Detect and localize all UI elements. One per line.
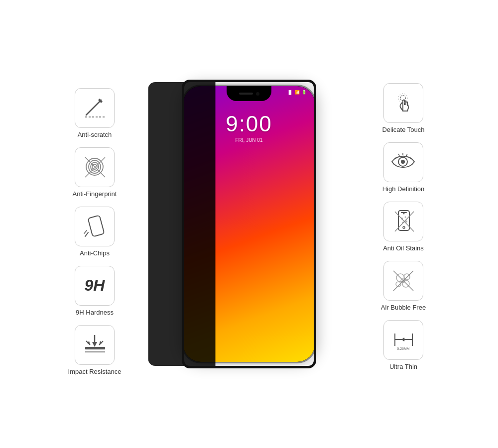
ultra-thin-label: Ultra Thin xyxy=(389,363,417,370)
svg-line-19 xyxy=(398,154,399,156)
anti-fingerprint-icon-box xyxy=(75,147,115,187)
svg-point-17 xyxy=(401,160,405,164)
impact-resistance-icon-box xyxy=(75,325,115,365)
feature-anti-fingerprint: Anti-Fingerprint xyxy=(73,147,117,198)
9h-text: 9H xyxy=(85,276,105,295)
speaker-grille xyxy=(239,93,253,95)
feature-anti-oil-stains: Anti Oil Stains xyxy=(383,202,424,252)
phone-stain-icon xyxy=(390,208,417,235)
right-features: Delicate Touch High Definition xyxy=(354,78,453,370)
wifi-icon: 📶 xyxy=(295,90,300,95)
phone-container: ▐▌ 📶 🔋 9:00 FRI, JUN 01 xyxy=(144,10,354,438)
phone-outer: ▐▌ 📶 🔋 9:00 FRI, JUN 01 xyxy=(182,85,316,363)
signal-icon: ▐▌ xyxy=(287,90,293,95)
air-bubble-free-label: Air Bubble Free xyxy=(381,304,426,311)
phone-screen-inner: ▐▌ 📶 🔋 9:00 FRI, JUN 01 xyxy=(183,86,315,362)
phone-notch xyxy=(227,86,271,101)
phone-screen: ▐▌ 📶 🔋 9:00 FRI, JUN 01 xyxy=(183,86,315,362)
svg-point-26 xyxy=(404,217,406,218)
svg-line-20 xyxy=(406,154,407,156)
9h-hardness-label: 9H Hardness xyxy=(76,309,114,316)
phone-corner-icon xyxy=(81,213,109,240)
anti-oil-stains-icon-box xyxy=(383,202,423,241)
svg-marker-10 xyxy=(87,341,90,345)
main-container: Anti-scratch Anti-F xyxy=(0,0,498,448)
svg-rect-6 xyxy=(85,347,105,349)
thin-icon: 0.26MM xyxy=(390,326,417,353)
feature-delicate-touch: Delicate Touch xyxy=(382,83,424,133)
anti-scratch-icon-box xyxy=(75,88,115,128)
feature-ultra-thin: 0.26MM Ultra Thin xyxy=(383,320,423,370)
svg-rect-5 xyxy=(88,216,104,237)
svg-marker-12 xyxy=(99,341,102,345)
battery-icon: 🔋 xyxy=(302,90,307,95)
high-definition-icon-box xyxy=(383,142,423,182)
anti-chips-label: Anti-Chips xyxy=(80,249,110,257)
bubbles-icon xyxy=(389,267,417,294)
feature-high-definition: High Definition xyxy=(382,142,425,193)
feature-anti-scratch: Anti-scratch xyxy=(75,88,115,138)
high-definition-label: High Definition xyxy=(382,185,425,193)
svg-point-27 xyxy=(405,221,407,223)
feature-impact-resistance: Impact Resistance xyxy=(68,325,122,375)
anti-oil-stains-label: Anti Oil Stains xyxy=(383,244,424,252)
clock-date: FRI, JUN 01 xyxy=(226,137,272,143)
anti-fingerprint-label: Anti-Fingerprint xyxy=(73,190,117,198)
svg-marker-8 xyxy=(92,342,97,347)
feature-air-bubble-free: Air Bubble Free xyxy=(381,261,426,311)
anti-scratch-label: Anti-scratch xyxy=(78,131,112,138)
9h-hardness-icon-box: 9H xyxy=(75,266,115,306)
fingerprint-icon xyxy=(81,153,109,181)
svg-point-23 xyxy=(403,226,405,228)
delicate-touch-icon-box xyxy=(383,83,423,123)
scratch-icon xyxy=(81,94,109,121)
feature-9h-hardness: 9H 9H Hardness xyxy=(75,266,115,316)
left-features: Anti-scratch Anti-F xyxy=(45,73,144,375)
svg-line-0 xyxy=(86,100,101,115)
impact-resistance-label: Impact Resistance xyxy=(68,368,122,375)
feature-anti-chips: Anti-Chips xyxy=(75,207,115,257)
svg-point-24 xyxy=(403,213,404,215)
anti-chips-icon-box xyxy=(75,207,115,246)
eye-icon xyxy=(389,148,417,176)
front-camera xyxy=(256,92,259,96)
ultra-thin-icon-box: 0.26MM xyxy=(383,320,423,360)
air-bubble-free-icon-box xyxy=(383,261,423,301)
clock-time: 9:00 xyxy=(226,112,272,136)
impact-icon xyxy=(81,331,109,358)
svg-text:0.26MM: 0.26MM xyxy=(397,347,409,350)
touch-icon xyxy=(389,89,417,116)
clock-display: 9:00 FRI, JUN 01 xyxy=(226,112,272,143)
delicate-touch-label: Delicate Touch xyxy=(382,126,424,133)
